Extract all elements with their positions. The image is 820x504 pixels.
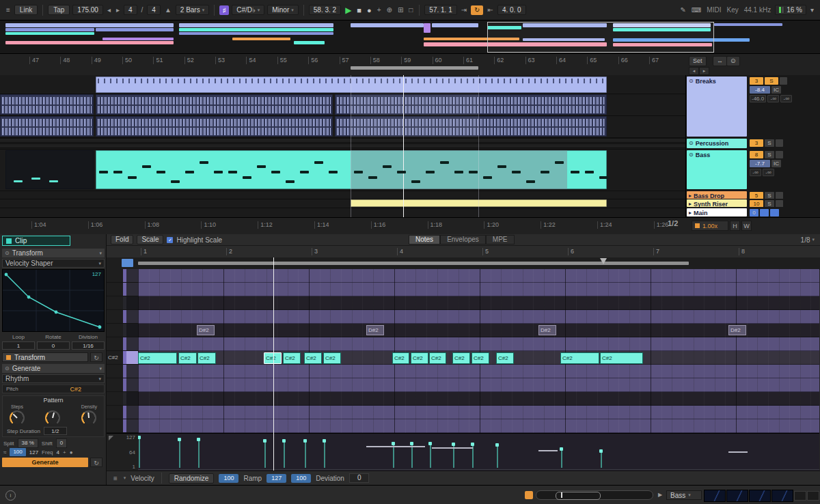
key-cell[interactable] — [107, 283, 138, 296]
midi-note[interactable]: C#2 — [304, 352, 322, 364]
key-cell[interactable] — [107, 310, 138, 324]
key-cell[interactable] — [107, 419, 138, 433]
insert-marker-icon[interactable] — [600, 258, 607, 264]
fold-icon[interactable]: ▸ — [689, 201, 692, 207]
loop-start-field[interactable]: 57. 1. 1 — [424, 5, 456, 15]
overview-clip[interactable] — [424, 23, 430, 33]
lane-resize-handle[interactable] — [109, 436, 113, 440]
chevron-down-icon[interactable]: ▾ — [124, 475, 126, 481]
info-icon[interactable]: i — [5, 490, 16, 501]
unfold-icon[interactable]: ⊙ — [689, 152, 694, 158]
overview-clip[interactable] — [5, 28, 94, 31]
mixer-control[interactable]: -∞ — [750, 169, 761, 176]
ghost-note[interactable]: D#2 — [197, 325, 215, 335]
midi-note[interactable]: C#2 — [429, 352, 446, 364]
mixer-control[interactable] — [776, 139, 783, 147]
velocity-lane[interactable] — [138, 433, 819, 471]
ghost-note[interactable]: D#2 — [538, 325, 556, 335]
randomize-amount-field[interactable]: 100 — [219, 474, 238, 483]
editor-loop-bar[interactable] — [107, 257, 820, 270]
highlight-scale-checkbox[interactable]: ✓ — [167, 237, 173, 243]
punch-out-button[interactable]: ⇤ — [486, 6, 494, 14]
midi-note[interactable]: C#2 — [138, 352, 177, 364]
mixer-control[interactable]: 3 — [750, 77, 763, 85]
key-cell[interactable] — [107, 296, 138, 310]
scale-icon[interactable]: ♯ — [219, 5, 229, 15]
track-header-bass-drop[interactable]: ▸Bass Drop — [687, 191, 747, 199]
overview-clip[interactable] — [5, 23, 174, 27]
generator-selector[interactable]: Rhythm▾ — [2, 374, 105, 383]
key-map-indicator[interactable]: Key — [725, 6, 739, 14]
transform-apply-button[interactable]: Transform — [2, 352, 88, 362]
clip-tab[interactable]: Clip — [2, 236, 70, 246]
velocity-dot[interactable] — [471, 443, 474, 446]
record-button[interactable]: ● — [366, 6, 373, 14]
overview-clip[interactable] — [102, 38, 174, 40]
velocity-ramp[interactable] — [538, 450, 558, 451]
overview-clip[interactable] — [96, 28, 174, 31]
velocity-stem[interactable] — [284, 440, 285, 468]
key-cell[interactable] — [107, 392, 138, 406]
write-button[interactable]: W — [741, 221, 752, 231]
overview-view-rectangle[interactable] — [487, 22, 714, 53]
device-thumbnail[interactable] — [704, 490, 726, 502]
track-lane-percussion2[interactable] — [0, 143, 685, 148]
transform-tool-selector[interactable]: Velocity Shaper▾ — [2, 259, 105, 268]
track-lane-percussion[interactable] — [0, 138, 685, 143]
tab-notes[interactable]: Notes — [409, 235, 440, 244]
midi-note[interactable]: C#2 — [392, 352, 409, 364]
shift-field[interactable]: 0 — [56, 438, 67, 448]
capture-midi-button[interactable]: ⊞ — [396, 6, 405, 14]
ramp-end-field[interactable]: 100 — [291, 474, 311, 483]
velocity-dot[interactable] — [410, 442, 413, 445]
preview-play-icon[interactable]: ▶ — [658, 492, 662, 498]
generate-apply-button[interactable]: Generate — [2, 458, 88, 467]
midi-note[interactable]: C#2 — [472, 352, 489, 364]
track-header-percussion[interactable]: ⊙Percussion — [687, 139, 747, 148]
loop-length-field[interactable]: 4. 0. 0 — [497, 5, 526, 15]
midi-note[interactable]: C#2 — [323, 352, 341, 364]
fold-icon[interactable]: ▸ — [689, 210, 692, 216]
mixer-control[interactable]: S — [765, 192, 774, 199]
deviation-field[interactable]: 0 — [349, 473, 370, 483]
clip-bass-intro[interactable] — [5, 150, 94, 189]
ramp-start-field[interactable]: 127 — [266, 474, 286, 483]
loop-start-handle[interactable] — [122, 259, 133, 267]
velocity-stem[interactable] — [497, 445, 498, 468]
punch-in-button[interactable]: ⇥ — [460, 6, 468, 14]
ghost-note[interactable]: D#2 — [728, 325, 746, 335]
next-locator-button[interactable]: ▸ — [699, 67, 709, 75]
velocity-shaper-curve[interactable]: 127 1 — [2, 269, 105, 332]
draw-mode-button[interactable]: ✎ — [679, 6, 687, 14]
freq-field[interactable]: 4 — [57, 449, 59, 456]
mixer-control[interactable]: -46.0 — [750, 95, 766, 102]
mixer-control[interactable]: -7.7 — [750, 160, 770, 167]
device-thumbnail-small[interactable] — [807, 491, 819, 501]
velocity-dot[interactable] — [428, 442, 432, 445]
overview-clip[interactable] — [5, 41, 174, 44]
generate-refresh-button[interactable]: ↻ — [90, 458, 102, 467]
piano-keybed[interactable]: C#2 — [107, 269, 138, 433]
grid-size-menu[interactable]: 1/8▾ — [801, 236, 815, 244]
editor-bar-ruler[interactable]: 12345678 — [107, 246, 820, 258]
overview-clip[interactable] — [232, 38, 290, 40]
velocity-ramp[interactable] — [432, 447, 473, 449]
mixer-control[interactable]: 5 — [750, 192, 763, 199]
piano-roll[interactable]: D#2D#2D#2D#2C#2C#2C#2C#2C#2C#2C#2C#2C#2C… — [138, 269, 819, 433]
velocity-dot[interactable] — [263, 439, 266, 443]
mixer-control[interactable] — [776, 192, 783, 199]
velocity-dot[interactable] — [138, 436, 141, 439]
dot-icon[interactable]: ● — [70, 449, 73, 456]
arrangement-overview[interactable] — [0, 21, 820, 54]
overview-clip[interactable] — [179, 23, 333, 27]
key-cell[interactable]: C#2 — [107, 351, 138, 365]
velocity-dot[interactable] — [452, 443, 455, 446]
velocity-dot[interactable] — [392, 442, 395, 445]
arrangement-loop-brace[interactable] — [351, 66, 478, 70]
overview-clip[interactable] — [179, 28, 333, 31]
chevron-down-icon[interactable]: ▾ — [809, 6, 815, 14]
mixer-control[interactable]: -8.4 — [750, 86, 770, 94]
mixer-control[interactable] — [760, 209, 769, 216]
midi-note[interactable]: C#2 — [178, 352, 197, 364]
velocity-dot[interactable] — [303, 439, 307, 443]
